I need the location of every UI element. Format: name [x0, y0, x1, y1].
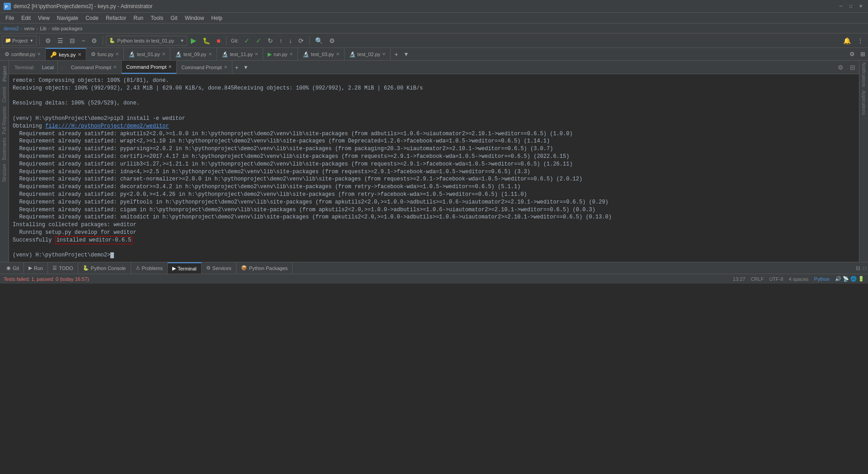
services-tab-icon: ⚙ — [206, 265, 211, 271]
svg-text:P: P — [5, 5, 8, 9]
menu-edit[interactable]: Edit — [18, 13, 34, 23]
editor-layout-btn[interactable]: ⊞ — [858, 51, 868, 57]
test-status: Tests failed: 1, passed: 0 (today 16:57) — [4, 276, 89, 282]
run-config-dropdown[interactable]: 🐍 Python tests in test_01.py ▼ — [106, 36, 187, 46]
bottom-tab-python-packages[interactable]: 📦 Python Packages — [236, 262, 293, 274]
terminal-line-18: Requirement already satisfied: xmltodict… — [13, 213, 855, 221]
toolbar-split-btn[interactable]: ⊟ — [67, 35, 78, 46]
run-button[interactable]: ▶ — [188, 35, 199, 46]
file-tab-conftest[interactable]: ⚙ conftest.py ✕ — [0, 48, 46, 60]
bottom-tab-git[interactable]: ◉ Git — [2, 262, 24, 274]
bottom-tab-todo[interactable]: ☰ TODO — [48, 262, 78, 274]
weditor-link[interactable]: file:///H:/pythonProject/demo2/weditor — [45, 123, 169, 129]
commit-label[interactable]: Commit — [1, 85, 8, 104]
settings-main-btn[interactable]: ⚙ — [326, 35, 338, 46]
menu-navigate[interactable]: Navigate — [53, 13, 82, 23]
search-btn[interactable]: 🔍 — [312, 35, 326, 46]
toolbar-list-btn[interactable]: ☰ — [55, 35, 66, 46]
git-check2-btn[interactable]: ✓ — [253, 35, 264, 46]
close-run-icon[interactable]: ✕ — [289, 52, 293, 57]
toolbar-minus-btn[interactable]: − — [79, 35, 88, 46]
close-button[interactable]: ✕ — [857, 3, 864, 10]
git-down-btn[interactable]: ↓ — [286, 35, 295, 46]
menu-code[interactable]: Code — [82, 13, 102, 23]
terminal-line-22 — [13, 244, 855, 252]
bookmarks-label[interactable]: Bookmarks — [1, 136, 8, 162]
breadcrumb-item-1[interactable]: venv — [24, 26, 34, 31]
menu-view[interactable]: View — [34, 13, 53, 23]
menu-git[interactable]: Git — [167, 13, 181, 23]
menu-help[interactable]: Help — [208, 13, 226, 23]
bottom-tab-terminal[interactable]: ▶ Terminal — [168, 262, 202, 274]
file-tab-keys[interactable]: 🔑 keys.py ✕ — [46, 48, 86, 60]
minimize-button[interactable]: ─ — [837, 3, 844, 10]
structure-label[interactable]: Structure — [1, 162, 8, 184]
editor-settings-btn[interactable]: ⚙ — [847, 51, 858, 57]
close-terminal-1-icon[interactable]: ✕ — [113, 65, 117, 70]
file-tab-test09[interactable]: 🔬 test_09.py ✕ — [170, 48, 217, 60]
success-highlight: installed weditor-0.6.5 — [55, 236, 133, 244]
bottom-tab-python-console[interactable]: 🐍 Python Console — [78, 262, 131, 274]
status-interpreter[interactable]: Python — [814, 276, 830, 282]
project-panel-label[interactable]: Project — [1, 62, 8, 85]
file-tab-test03[interactable]: 🔬 test_03.py ✕ — [298, 48, 344, 60]
debug-button[interactable]: 🐛 — [200, 35, 213, 46]
file-tab-test11[interactable]: 🔬 test_11.py ✕ — [217, 48, 264, 60]
close-test03-icon[interactable]: ✕ — [336, 52, 340, 57]
new-terminal-btn[interactable]: + — [232, 64, 241, 71]
app-icon: P — [4, 3, 11, 10]
terminal-tab-cmd1[interactable]: Command Prompt ✕ — [66, 61, 122, 74]
file-tab-func[interactable]: ⚙ func.py ✕ — [86, 48, 124, 60]
terminal-settings-btn[interactable]: ⚙ — [836, 63, 845, 72]
terminal-tabs-more-btn[interactable]: ▼ — [241, 64, 250, 71]
new-tab-button[interactable]: + — [391, 51, 401, 58]
terminal-output[interactable]: remote: Compressing objects: 100% (81/81… — [9, 74, 859, 262]
close-test11-icon[interactable]: ✕ — [255, 52, 258, 57]
menu-run[interactable]: Run — [130, 13, 147, 23]
stop-button[interactable]: ■ — [214, 35, 223, 46]
menu-refactor[interactable]: Refactor — [102, 13, 130, 23]
git-check-btn[interactable]: ✓ — [241, 35, 252, 46]
bottom-tab-run[interactable]: ▶ Run — [24, 262, 48, 274]
file-tab-run[interactable]: ▶ run.py ✕ — [263, 48, 298, 60]
git-history-btn[interactable]: ⟳ — [296, 35, 307, 46]
close-test09-icon[interactable]: ✕ — [208, 52, 212, 57]
bottom-tab-services[interactable]: ⚙ Services — [202, 262, 236, 274]
close-func-icon[interactable]: ✕ — [115, 52, 119, 57]
menu-window[interactable]: Window — [181, 13, 208, 23]
applications-label[interactable]: Applications — [860, 89, 867, 117]
menu-tools[interactable]: Tools — [147, 13, 167, 23]
bottom-minimize-btn[interactable]: ⊟ — [856, 265, 860, 271]
tabs-overflow-button[interactable]: ▼ — [402, 51, 411, 57]
status-crlf[interactable]: CRLF — [751, 276, 764, 282]
bottom-tab-problems[interactable]: ⚠ Problems — [131, 262, 168, 274]
menu-file[interactable]: File — [2, 13, 18, 23]
git-arrow-btn[interactable]: ↑ — [277, 35, 285, 46]
breadcrumb-item-3[interactable]: site-packages — [52, 26, 83, 31]
toolbar-run-config-btn[interactable]: ⚙ — [89, 35, 100, 46]
breadcrumb-item-2[interactable]: Lib — [40, 26, 47, 31]
pull-requests-label[interactable]: Pull Requests — [1, 104, 8, 136]
toolbar-settings-btn[interactable]: ⚙ — [42, 35, 54, 46]
close-conftest-icon[interactable]: ✕ — [37, 52, 41, 57]
notifications-label[interactable]: Notifications — [860, 61, 867, 89]
more-btn[interactable]: ⋮ — [854, 35, 866, 46]
close-terminal-3-icon[interactable]: ✕ — [224, 65, 227, 70]
status-indent[interactable]: 4 spaces — [789, 276, 809, 282]
bottom-restore-btn[interactable]: □ — [863, 265, 866, 271]
maximize-button[interactable]: □ — [847, 3, 854, 10]
close-test01-icon[interactable]: ✕ — [162, 52, 165, 57]
terminal-tab-cmd3[interactable]: Command Prompt ✕ — [177, 61, 232, 74]
git-refresh-btn[interactable]: ↻ — [265, 35, 276, 46]
project-dropdown[interactable]: 📁 Project ▼ — [2, 36, 37, 46]
close-keys-icon[interactable]: ✕ — [78, 52, 81, 57]
breadcrumb-item-0[interactable]: demo2 — [4, 26, 19, 31]
notification-btn[interactable]: 🔔 — [840, 35, 854, 46]
file-tab-test02[interactable]: 🔬 test_02.py ✕ — [344, 48, 391, 60]
close-terminal-2-icon[interactable]: ✕ — [168, 64, 172, 69]
status-charset[interactable]: UTF-8 — [769, 276, 783, 282]
terminal-hide-btn[interactable]: ⊟ — [848, 63, 857, 72]
file-tab-test01[interactable]: 🔬 test_01.py ✕ — [124, 48, 170, 60]
close-test02-icon[interactable]: ✕ — [382, 52, 386, 57]
terminal-tab-cmd2[interactable]: Command Prompt ✕ — [122, 61, 177, 74]
